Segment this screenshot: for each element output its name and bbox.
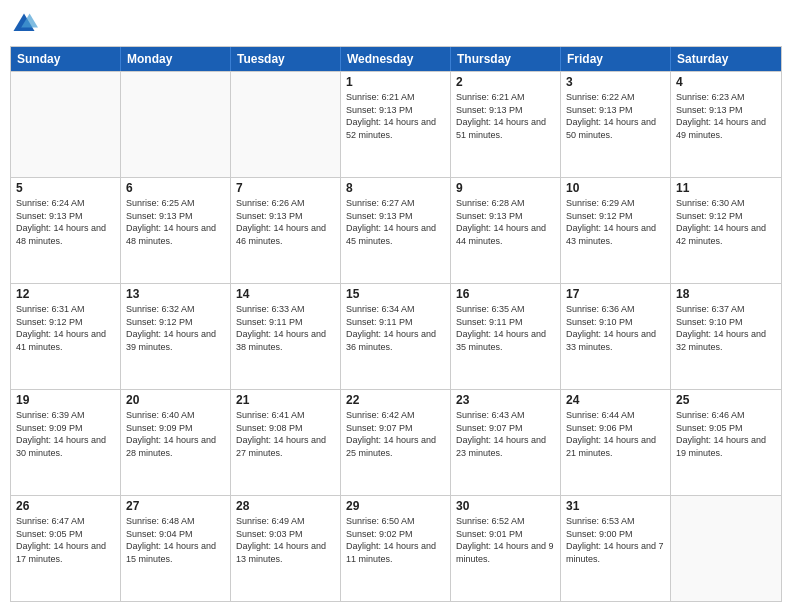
cell-info: Sunrise: 6:32 AM Sunset: 9:12 PM Dayligh… [126,303,225,353]
logo-icon [10,10,38,38]
calendar-cell: 22Sunrise: 6:42 AM Sunset: 9:07 PM Dayli… [341,390,451,495]
header-day-friday: Friday [561,47,671,71]
cell-date: 9 [456,181,555,195]
cell-date: 22 [346,393,445,407]
cell-info: Sunrise: 6:42 AM Sunset: 9:07 PM Dayligh… [346,409,445,459]
calendar-cell: 7Sunrise: 6:26 AM Sunset: 9:13 PM Daylig… [231,178,341,283]
cell-date: 8 [346,181,445,195]
cell-info: Sunrise: 6:34 AM Sunset: 9:11 PM Dayligh… [346,303,445,353]
calendar-cell: 1Sunrise: 6:21 AM Sunset: 9:13 PM Daylig… [341,72,451,177]
cell-date: 1 [346,75,445,89]
cell-info: Sunrise: 6:36 AM Sunset: 9:10 PM Dayligh… [566,303,665,353]
cell-date: 17 [566,287,665,301]
cell-info: Sunrise: 6:30 AM Sunset: 9:12 PM Dayligh… [676,197,776,247]
cell-info: Sunrise: 6:40 AM Sunset: 9:09 PM Dayligh… [126,409,225,459]
calendar-cell: 21Sunrise: 6:41 AM Sunset: 9:08 PM Dayli… [231,390,341,495]
calendar-cell: 23Sunrise: 6:43 AM Sunset: 9:07 PM Dayli… [451,390,561,495]
cell-date: 25 [676,393,776,407]
calendar-cell: 2Sunrise: 6:21 AM Sunset: 9:13 PM Daylig… [451,72,561,177]
cell-info: Sunrise: 6:47 AM Sunset: 9:05 PM Dayligh… [16,515,115,565]
calendar-cell: 28Sunrise: 6:49 AM Sunset: 9:03 PM Dayli… [231,496,341,601]
cell-date: 7 [236,181,335,195]
cell-info: Sunrise: 6:33 AM Sunset: 9:11 PM Dayligh… [236,303,335,353]
cell-info: Sunrise: 6:27 AM Sunset: 9:13 PM Dayligh… [346,197,445,247]
calendar-cell: 19Sunrise: 6:39 AM Sunset: 9:09 PM Dayli… [11,390,121,495]
cell-info: Sunrise: 6:21 AM Sunset: 9:13 PM Dayligh… [456,91,555,141]
header-day-tuesday: Tuesday [231,47,341,71]
calendar-cell [671,496,781,601]
calendar-row-4: 26Sunrise: 6:47 AM Sunset: 9:05 PM Dayli… [11,495,781,601]
cell-info: Sunrise: 6:31 AM Sunset: 9:12 PM Dayligh… [16,303,115,353]
cell-info: Sunrise: 6:37 AM Sunset: 9:10 PM Dayligh… [676,303,776,353]
cell-date: 20 [126,393,225,407]
header-day-monday: Monday [121,47,231,71]
calendar-row-3: 19Sunrise: 6:39 AM Sunset: 9:09 PM Dayli… [11,389,781,495]
cell-date: 3 [566,75,665,89]
calendar-cell: 16Sunrise: 6:35 AM Sunset: 9:11 PM Dayli… [451,284,561,389]
calendar-row-0: 1Sunrise: 6:21 AM Sunset: 9:13 PM Daylig… [11,71,781,177]
calendar-cell [231,72,341,177]
calendar-cell [121,72,231,177]
calendar-cell: 27Sunrise: 6:48 AM Sunset: 9:04 PM Dayli… [121,496,231,601]
calendar-cell: 15Sunrise: 6:34 AM Sunset: 9:11 PM Dayli… [341,284,451,389]
calendar-cell: 24Sunrise: 6:44 AM Sunset: 9:06 PM Dayli… [561,390,671,495]
cell-date: 16 [456,287,555,301]
page: SundayMondayTuesdayWednesdayThursdayFrid… [0,0,792,612]
cell-date: 19 [16,393,115,407]
cell-info: Sunrise: 6:53 AM Sunset: 9:00 PM Dayligh… [566,515,665,565]
cell-date: 5 [16,181,115,195]
calendar-cell: 13Sunrise: 6:32 AM Sunset: 9:12 PM Dayli… [121,284,231,389]
calendar-cell: 4Sunrise: 6:23 AM Sunset: 9:13 PM Daylig… [671,72,781,177]
cell-date: 12 [16,287,115,301]
cell-info: Sunrise: 6:39 AM Sunset: 9:09 PM Dayligh… [16,409,115,459]
cell-date: 15 [346,287,445,301]
cell-info: Sunrise: 6:48 AM Sunset: 9:04 PM Dayligh… [126,515,225,565]
calendar-row-1: 5Sunrise: 6:24 AM Sunset: 9:13 PM Daylig… [11,177,781,283]
calendar-cell: 29Sunrise: 6:50 AM Sunset: 9:02 PM Dayli… [341,496,451,601]
cell-info: Sunrise: 6:26 AM Sunset: 9:13 PM Dayligh… [236,197,335,247]
cell-info: Sunrise: 6:29 AM Sunset: 9:12 PM Dayligh… [566,197,665,247]
cell-info: Sunrise: 6:50 AM Sunset: 9:02 PM Dayligh… [346,515,445,565]
calendar: SundayMondayTuesdayWednesdayThursdayFrid… [10,46,782,602]
header-day-wednesday: Wednesday [341,47,451,71]
cell-info: Sunrise: 6:23 AM Sunset: 9:13 PM Dayligh… [676,91,776,141]
calendar-row-2: 12Sunrise: 6:31 AM Sunset: 9:12 PM Dayli… [11,283,781,389]
calendar-cell: 30Sunrise: 6:52 AM Sunset: 9:01 PM Dayli… [451,496,561,601]
cell-info: Sunrise: 6:24 AM Sunset: 9:13 PM Dayligh… [16,197,115,247]
cell-info: Sunrise: 6:35 AM Sunset: 9:11 PM Dayligh… [456,303,555,353]
cell-date: 4 [676,75,776,89]
cell-info: Sunrise: 6:25 AM Sunset: 9:13 PM Dayligh… [126,197,225,247]
calendar-cell: 31Sunrise: 6:53 AM Sunset: 9:00 PM Dayli… [561,496,671,601]
cell-date: 26 [16,499,115,513]
calendar-cell: 3Sunrise: 6:22 AM Sunset: 9:13 PM Daylig… [561,72,671,177]
cell-date: 14 [236,287,335,301]
calendar-cell: 14Sunrise: 6:33 AM Sunset: 9:11 PM Dayli… [231,284,341,389]
calendar-cell: 25Sunrise: 6:46 AM Sunset: 9:05 PM Dayli… [671,390,781,495]
calendar-cell: 20Sunrise: 6:40 AM Sunset: 9:09 PM Dayli… [121,390,231,495]
calendar-body: 1Sunrise: 6:21 AM Sunset: 9:13 PM Daylig… [11,71,781,601]
cell-date: 24 [566,393,665,407]
cell-date: 10 [566,181,665,195]
calendar-cell: 5Sunrise: 6:24 AM Sunset: 9:13 PM Daylig… [11,178,121,283]
cell-date: 28 [236,499,335,513]
calendar-cell: 10Sunrise: 6:29 AM Sunset: 9:12 PM Dayli… [561,178,671,283]
cell-date: 23 [456,393,555,407]
logo [10,10,40,38]
cell-date: 30 [456,499,555,513]
cell-date: 11 [676,181,776,195]
cell-info: Sunrise: 6:22 AM Sunset: 9:13 PM Dayligh… [566,91,665,141]
cell-date: 18 [676,287,776,301]
cell-info: Sunrise: 6:44 AM Sunset: 9:06 PM Dayligh… [566,409,665,459]
cell-info: Sunrise: 6:43 AM Sunset: 9:07 PM Dayligh… [456,409,555,459]
cell-date: 2 [456,75,555,89]
calendar-cell: 8Sunrise: 6:27 AM Sunset: 9:13 PM Daylig… [341,178,451,283]
calendar-cell [11,72,121,177]
cell-info: Sunrise: 6:49 AM Sunset: 9:03 PM Dayligh… [236,515,335,565]
calendar-header: SundayMondayTuesdayWednesdayThursdayFrid… [11,47,781,71]
header-day-thursday: Thursday [451,47,561,71]
cell-date: 6 [126,181,225,195]
header [10,10,782,38]
calendar-cell: 11Sunrise: 6:30 AM Sunset: 9:12 PM Dayli… [671,178,781,283]
cell-date: 13 [126,287,225,301]
cell-info: Sunrise: 6:41 AM Sunset: 9:08 PM Dayligh… [236,409,335,459]
